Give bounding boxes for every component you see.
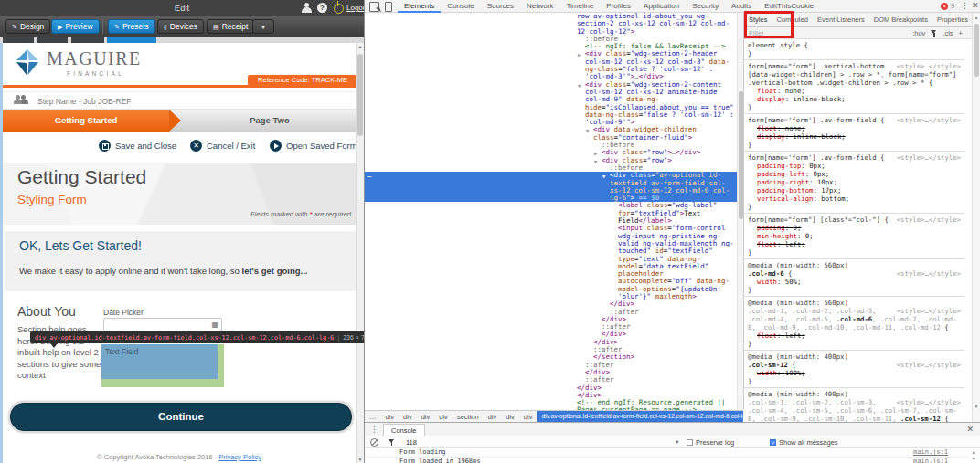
tree-line[interactable]: ::after [365,346,737,353]
breadcrumb-item[interactable]: div [519,413,538,421]
devices-button[interactable]: ▯Devices [157,19,204,34]
tree-line[interactable]: ▶<div class="wdg-section-2-header col-sm… [365,50,737,80]
device-mode-icon[interactable] [385,2,392,12]
stylesheet-source-link[interactable]: <style>…</style> [897,361,961,369]
css-rule[interactable]: @media (min-width: 400px)<style>…</style… [744,388,964,422]
scroll-up-arrow[interactable]: ▲ [357,44,364,49]
console-scrollbar[interactable]: ▲▼ [970,449,977,462]
console-filter-icon[interactable] [389,439,395,446]
css-rule[interactable]: @media (min-width: 560px)<style>…</style… [744,259,964,297]
receipt-button[interactable]: ▤Receipt [207,19,254,34]
css-property[interactable]: float: left; [748,240,961,248]
design-button[interactable]: ✎Design [5,19,50,34]
console-source-link[interactable]: main.js:1 [913,448,948,457]
console-message[interactable]: Form loaded in 1968msmain.js:1 [365,458,968,463]
css-rule[interactable]: @media (min-width: 400px)<style>…</style… [744,351,964,388]
scroll-down-arrow[interactable]: ▼ [357,457,364,462]
stylesheet-source-link[interactable]: <style>…</style> [897,153,961,162]
console-filter-count[interactable]: 118 [406,438,417,447]
tree-line[interactable]: <input class="form-control wdg-input ng-… [365,225,737,300]
console-message[interactable]: Form loadingmain.js:1 [365,448,968,458]
css-property[interactable]: padding: 0; [748,224,961,232]
date-picker-input[interactable]: ▦ [103,318,222,331]
breadcrumb-item[interactable]: div [381,413,399,421]
sidebar-tab-dom-breakpoints[interactable]: DOM Breakpoints [869,13,932,26]
scrollbar-thumb[interactable] [357,54,363,136]
css-property[interactable]: width: 50%; [748,278,961,286]
stylesheet-source-link[interactable]: <style>…</style> [897,307,961,315]
devtools-tab-console[interactable]: Console [441,0,480,13]
stylesheet-source-link[interactable]: <style>…</style> [897,116,961,124]
tree-line[interactable]: </section> [365,353,737,361]
breadcrumb-item[interactable]: div [434,413,453,421]
css-rule[interactable]: <style>…</style>form[name="form"] [class… [744,214,964,259]
stylesheet-source-link[interactable]: <style>…</style> [897,216,961,224]
tree-line[interactable]: …▼<div class="av-optional id-textfield a… [365,172,737,202]
css-property[interactable]: float: none; [748,124,961,132]
tree-line[interactable]: </div> [365,300,737,308]
devtools-tab-profiles[interactable]: Profiles [600,0,637,13]
error-badge-icon[interactable]: ✕ [941,3,948,10]
stylesheet-source-link[interactable]: <style>…</style> [897,269,961,278]
drawer-close-icon[interactable]: ✕ [966,425,974,434]
devtools-tab-timeline[interactable]: Timeline [559,0,600,13]
breadcrumb-item[interactable]: div [399,413,417,421]
tree-line[interactable]: ▼<div class="row"> [365,157,737,164]
error-count[interactable]: 9 [951,2,954,10]
tree-line[interactable]: ▶<div class="row">…</div> [365,149,737,156]
tree-line[interactable]: </div> [365,369,737,376]
stylesheet-source-link[interactable]: <style>…</style> [897,398,961,406]
filter-funnel-icon[interactable] [931,30,937,37]
show-all-checkbox[interactable] [770,439,776,446]
css-rule[interactable]: element.style {} [744,39,964,60]
css-rule[interactable]: @media (min-width: 560px)<style>…</style… [744,297,964,351]
hov-toggle[interactable]: :hov [912,29,925,37]
css-property[interactable]: min-height: 0; [748,232,961,240]
css-property[interactable]: padding-right: 10px; [748,178,961,186]
clear-console-icon[interactable] [370,438,378,447]
power-icon[interactable] [334,4,344,14]
show-all-messages-option[interactable]: Show all messages [770,438,838,447]
tab-page-two[interactable]: Page Two [181,110,358,132]
breadcrumb-item[interactable]: div [417,413,435,421]
kebab-menu-icon[interactable]: ⋮ [961,1,969,10]
tree-line[interactable]: <!-- end ngIf: Resource.generated || Pag… [365,399,737,410]
inspect-element-icon[interactable] [369,2,379,12]
css-property[interactable]: padding-top: 0px; [748,162,961,170]
drawer-menu-icon[interactable]: ⋮ [370,425,378,434]
scroll-down-arrow[interactable]: ▼ [973,404,980,409]
stylesheet-source-link[interactable]: <style>…</style> [897,62,961,70]
receipt-dropdown-button[interactable]: ▾ [252,19,274,34]
css-property[interactable]: float: left; [748,331,961,340]
tree-line[interactable]: <label class="wdg-label" for="textField"… [365,202,737,225]
privacy-policy-link[interactable]: Privacy Policy [218,453,261,461]
css-property[interactable]: padding-left: 0px; [748,170,961,178]
preserve-log-option[interactable]: Preserve log [687,438,734,447]
devtools-tab-security[interactable]: Security [686,0,725,13]
presets-button[interactable]: ✎Presets [108,19,155,34]
css-property[interactable]: float: none; [748,87,961,95]
sidebar-tab-event-listeners[interactable]: Event Listeners [813,13,869,26]
continue-button[interactable]: Continue [10,403,352,431]
preview-scrollbar[interactable]: ▲ ▼ [356,43,364,463]
styles-scrollbar[interactable]: ▲ ▼ [972,13,980,422]
calendar-icon[interactable]: ▦ [211,321,218,329]
devtools-tab-elements[interactable]: Elements [398,0,441,13]
tree-line[interactable]: </div> [365,331,737,338]
css-rule[interactable]: <style>…</style>form[name="form"] .verti… [744,60,964,114]
scroll-up-arrow[interactable]: ▲ [973,15,980,20]
devtools-tab-sources[interactable]: Sources [481,0,520,13]
devtools-close-icon[interactable]: ✕ [972,1,979,10]
user-icon[interactable] [302,3,312,13]
tree-line[interactable]: ::after [365,376,737,384]
preserve-log-checkbox[interactable] [687,439,693,446]
breadcrumb-item[interactable]: div [501,413,519,421]
tree-line[interactable]: </div> [365,339,737,346]
tree-line[interactable]: </div> [365,384,737,392]
tree-line[interactable]: ::after [365,362,737,369]
tree-line[interactable]: ▼<div class="wdg-section-2-content col-s… [365,81,737,127]
elements-scrollbar[interactable] [737,13,743,410]
tree-line[interactable]: </div> [365,316,737,323]
preview-button[interactable]: ▶Preview [51,19,100,34]
css-property[interactable]: vertical-align: bottom; [748,195,961,203]
